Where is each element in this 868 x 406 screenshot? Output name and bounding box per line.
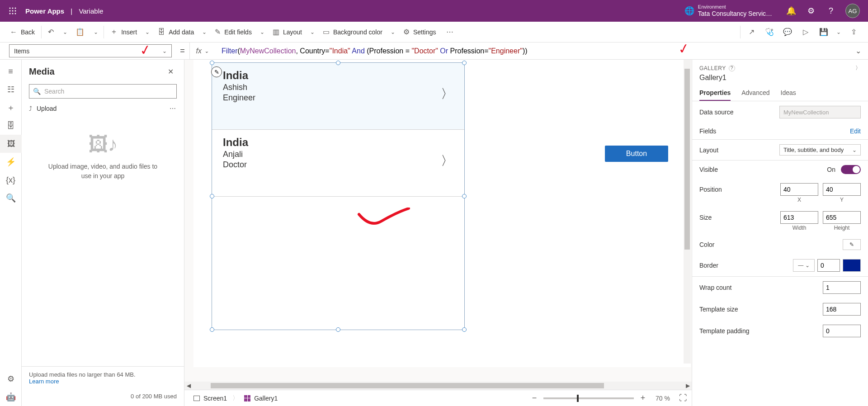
tab-properties[interactable]: Properties — [699, 85, 731, 101]
insert-pane-icon[interactable]: ＋ — [0, 99, 22, 117]
template-padding-input[interactable] — [823, 325, 861, 337]
visible-toggle[interactable] — [841, 165, 861, 174]
settings-gear-icon[interactable]: ⚙ — [801, 0, 821, 22]
border-width-input[interactable] — [817, 259, 840, 272]
tree-view-icon[interactable]: ☷ — [0, 80, 22, 99]
gallery-item[interactable]: India Ashish Engineer 〉 — [212, 63, 464, 130]
rail-settings-icon[interactable]: ⚙ — [0, 370, 22, 388]
notifications-icon[interactable]: 🔔 — [781, 0, 801, 22]
tab-advanced[interactable]: Advanced — [741, 85, 769, 101]
more-icon[interactable]: ⋯ — [170, 105, 177, 112]
breadcrumb-screen[interactable]: Screen1 — [189, 395, 231, 402]
resize-handle[interactable] — [210, 61, 214, 65]
environment-picker[interactable]: 🌐 Environment Tata Consultancy Servic… — [684, 4, 772, 18]
background-color-menu[interactable]: ⌄ — [387, 22, 399, 42]
media-search-input[interactable]: 🔍 Search — [29, 84, 177, 99]
resize-handle[interactable] — [462, 327, 467, 332]
scroll-left-icon[interactable]: ◀ — [184, 382, 193, 389]
data-source-selector[interactable]: MyNewCollection — [779, 106, 861, 118]
learn-more-link[interactable]: Learn more — [29, 378, 177, 385]
border-style-selector[interactable]: — ⌄ — [793, 259, 815, 272]
close-icon[interactable]: ✕ — [164, 65, 177, 78]
position-y-input[interactable] — [823, 183, 861, 196]
insert-menu[interactable]: ⌄ — [142, 22, 153, 42]
background-color-button[interactable]: ▭Background color — [318, 22, 387, 42]
wrap-count-input[interactable] — [823, 281, 861, 294]
color-picker[interactable]: ✎ — [843, 239, 861, 250]
help-circle-icon[interactable]: ? — [729, 65, 735, 71]
settings-button[interactable]: ⚙Settings — [399, 22, 441, 42]
fit-to-screen-icon[interactable]: ⛶ — [679, 393, 687, 403]
prop-border-label: Border — [699, 262, 793, 269]
border-color-picker[interactable] — [843, 259, 861, 272]
formula-input[interactable]: Filter(MyNewCollection, Country="India" … — [219, 47, 848, 55]
save-menu[interactable]: ⌄ — [833, 22, 844, 42]
environment-icon: 🌐 — [684, 6, 694, 16]
undo-button[interactable]: ↶ — [43, 22, 59, 42]
paste-button[interactable]: 📋 — [71, 22, 90, 42]
data-pane-icon[interactable]: 🗄 — [0, 117, 22, 135]
publish-icon[interactable]: ⇪ — [844, 28, 863, 36]
zoom-out-button[interactable]: − — [528, 393, 541, 403]
back-button[interactable]: ←Back — [5, 22, 39, 42]
chevron-right-icon[interactable]: 〉 — [441, 152, 453, 170]
layout-button[interactable]: ▥Layout — [268, 22, 307, 42]
collapse-panel-icon[interactable]: 〉 — [855, 64, 861, 72]
edit-fields-button[interactable]: ✎Edit fields — [210, 22, 256, 42]
breadcrumb-gallery[interactable]: Gallery1 — [240, 395, 282, 402]
resize-handle[interactable] — [210, 327, 214, 332]
overflow-menu[interactable]: ⋯ — [441, 28, 459, 36]
gallery-item[interactable]: India Anjali Doctor 〉 — [212, 130, 464, 197]
layout-menu[interactable]: ⌄ — [307, 22, 318, 42]
app-screen[interactable]: ✎ India Ashish Engineer 〉 India Anjali D… — [193, 60, 691, 367]
search-rail-icon[interactable]: 🔍 — [0, 189, 22, 207]
button-control[interactable]: Button — [605, 146, 668, 162]
resize-handle[interactable] — [462, 194, 467, 198]
fx-label[interactable]: fx⌄ — [190, 47, 219, 55]
media-pane-icon[interactable]: 🖼 — [0, 135, 22, 153]
resize-handle[interactable] — [462, 61, 467, 65]
zoom-slider[interactable] — [543, 397, 634, 399]
zoom-in-button[interactable]: + — [637, 393, 649, 403]
share-icon[interactable]: ↗ — [742, 28, 760, 36]
variables-icon[interactable]: {x} — [0, 171, 22, 189]
resize-handle[interactable] — [210, 194, 214, 198]
power-automate-icon[interactable]: ⚡ — [0, 153, 22, 171]
upload-button[interactable]: ⤴ Upload ⋯ — [22, 102, 184, 115]
expand-formula-icon[interactable]: ⌄ — [848, 47, 868, 55]
help-icon[interactable]: ? — [821, 0, 841, 22]
edit-template-icon[interactable]: ✎ — [211, 66, 222, 77]
layout-selector[interactable]: Title, subtitle, and body⌄ — [779, 144, 861, 156]
chevron-right-icon[interactable]: 〉 — [441, 85, 453, 103]
canvas-vscrollbar[interactable] — [684, 60, 691, 364]
edit-fields-menu[interactable]: ⌄ — [256, 22, 268, 42]
property-selector[interactable]: Items ✓ ⌄ — [9, 44, 172, 57]
height-input[interactable] — [823, 211, 861, 224]
virtual-agent-icon[interactable]: 🤖 — [0, 388, 22, 406]
prop-template-padding-label: Template padding — [699, 327, 823, 335]
paint-icon: ▭ — [323, 28, 330, 36]
resize-handle[interactable] — [336, 61, 340, 65]
undo-menu[interactable]: ⌄ — [59, 22, 71, 42]
canvas-hscrollbar[interactable]: ◀ ▶ — [184, 382, 692, 390]
gallery-control[interactable]: ✎ India Ashish Engineer 〉 India Anjali D… — [212, 62, 465, 330]
preview-icon[interactable]: ▷ — [797, 28, 815, 36]
comments-icon[interactable]: 💬 — [778, 28, 797, 36]
insert-button[interactable]: ＋Insert — [106, 22, 142, 42]
prop-fields-label: Fields — [699, 127, 850, 135]
tab-ideas[interactable]: Ideas — [781, 85, 796, 101]
save-icon[interactable]: 💾 — [815, 28, 833, 36]
add-data-button[interactable]: 🗄Add data — [153, 22, 198, 42]
edit-fields-link[interactable]: Edit — [850, 127, 861, 135]
waffle-icon[interactable] — [4, 7, 22, 14]
paste-menu[interactable]: ⌄ — [90, 22, 102, 42]
scroll-right-icon[interactable]: ▶ — [684, 382, 692, 389]
position-x-input[interactable] — [780, 183, 818, 196]
checker-icon[interactable]: 🩺 — [760, 28, 778, 36]
add-data-menu[interactable]: ⌄ — [198, 22, 210, 42]
template-size-input[interactable] — [823, 303, 861, 316]
resize-handle[interactable] — [336, 327, 340, 332]
hamburger-icon[interactable]: ≡ — [0, 62, 22, 80]
width-input[interactable] — [780, 211, 818, 224]
avatar[interactable]: AG — [845, 4, 860, 18]
